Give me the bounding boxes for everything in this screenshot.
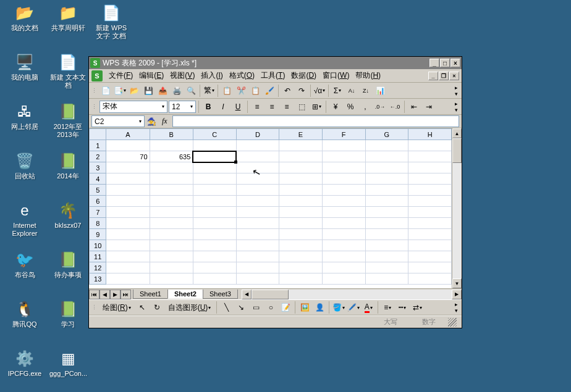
menu-F[interactable]: 文件(F) [106, 69, 136, 82]
row-header-11[interactable]: 11 [90, 251, 106, 262]
cell-H7[interactable] [408, 207, 452, 218]
titlebar[interactable]: S WPS 表格 2009 - [学习.xls *] _ □ × [89, 57, 462, 69]
cell-D4[interactable] [236, 173, 279, 185]
toolbar-overflow[interactable]: ▸▾ [454, 85, 459, 97]
col-header-C[interactable]: C [193, 129, 236, 140]
textbox-icon[interactable]: 📝 [279, 301, 292, 314]
row-header-1[interactable]: 1 [90, 140, 106, 151]
cell-A10[interactable] [106, 240, 150, 251]
rect-icon[interactable]: ▭ [249, 301, 263, 314]
cell-H10[interactable] [408, 240, 452, 251]
vertical-scrollbar[interactable]: ▲ ▼ [452, 128, 462, 288]
cell-B7[interactable] [150, 207, 193, 218]
desktop-icon-网上邻居[interactable]: 🖧网上邻居 [6, 102, 43, 131]
cell-C9[interactable] [193, 229, 236, 240]
cell-D7[interactable] [236, 207, 279, 218]
cell-D10[interactable] [236, 240, 279, 251]
rotate-icon[interactable]: ↻ [150, 301, 164, 314]
export-icon[interactable]: 📤 [156, 84, 169, 98]
cell-G11[interactable] [365, 251, 408, 262]
desktop-icon-IPCFG.exe[interactable]: ⚙️IPCFG.exe [6, 349, 43, 378]
cell-G10[interactable] [365, 240, 408, 251]
tab-prev-icon[interactable]: ◀ [99, 290, 110, 299]
merge-drop-icon[interactable]: ⊞▾ [310, 100, 323, 114]
sheet-tab-Sheet1[interactable]: Sheet1 [133, 290, 168, 299]
menu-H[interactable]: 帮助(H) [352, 69, 384, 82]
copy-icon[interactable]: 📋 [248, 84, 262, 98]
select-arrow-icon[interactable]: ↖ [135, 301, 149, 314]
inc-decimal-icon[interactable]: .0→ [373, 100, 387, 114]
cell-C8[interactable] [193, 218, 236, 229]
desktop-icon-我的文档[interactable]: 📂我的文档 [6, 3, 43, 32]
desktop-icon-ggg_PCon...[interactable]: ▦ggg_PCon... [49, 349, 87, 378]
cell-C13[interactable] [193, 273, 236, 285]
menu-T[interactable]: 工具(T) [258, 69, 288, 82]
cell-G3[interactable] [365, 162, 408, 173]
cell-E13[interactable] [279, 273, 323, 285]
cell-D9[interactable] [236, 229, 279, 240]
cell-B11[interactable] [150, 251, 193, 262]
col-header-E[interactable]: E [279, 129, 323, 140]
sum-icon[interactable]: Σ▾ [331, 84, 344, 98]
cell-F13[interactable] [322, 273, 365, 285]
cell-H13[interactable] [408, 273, 452, 285]
cell-B9[interactable] [150, 229, 193, 240]
cell-F9[interactable] [322, 229, 365, 240]
col-header-B[interactable]: B [150, 129, 193, 140]
chart-icon[interactable]: 📊 [373, 84, 387, 98]
cell-H4[interactable] [408, 173, 452, 185]
menu-D[interactable]: 数据(D) [288, 69, 319, 82]
row-header-3[interactable]: 3 [90, 162, 106, 173]
cell-C11[interactable] [193, 251, 236, 262]
align-right-icon[interactable]: ≡ [280, 100, 294, 114]
cell-A13[interactable] [106, 273, 150, 285]
cut-icon[interactable]: ✂️ [234, 84, 248, 98]
row-header-8[interactable]: 8 [90, 218, 106, 229]
cell-G4[interactable] [365, 173, 408, 185]
cell-C5[interactable] [193, 185, 236, 196]
menu-W[interactable]: 窗口(W) [319, 69, 352, 82]
draw-overflow[interactable]: ▸▾ [454, 301, 459, 314]
cell-A5[interactable] [106, 185, 150, 196]
menu-V[interactable]: 视图(V) [167, 69, 198, 82]
new-icon[interactable]: 📄 [99, 84, 112, 98]
dec-indent-icon[interactable]: ⇤ [407, 100, 421, 114]
cell-A9[interactable] [106, 229, 150, 240]
arrow-icon[interactable]: ↘ [234, 301, 248, 314]
menu-I[interactable]: 插入(I) [198, 69, 226, 82]
convert-cn-icon[interactable]: 繁▾ [202, 84, 216, 98]
print-icon[interactable]: 🖨️ [170, 84, 184, 98]
formula-input[interactable] [172, 115, 459, 127]
formula-icon[interactable]: √α▾ [313, 84, 326, 98]
cell-A3[interactable] [106, 162, 150, 173]
cell-E11[interactable] [279, 251, 323, 262]
scroll-right-icon[interactable]: ▶ [452, 290, 462, 299]
menu-E[interactable]: 编辑(E) [136, 69, 167, 82]
cell-B4[interactable] [150, 173, 193, 185]
col-header-G[interactable]: G [365, 129, 408, 140]
save-icon[interactable]: 💾 [142, 84, 155, 98]
cell-H12[interactable] [408, 262, 452, 273]
cell-B8[interactable] [150, 218, 193, 229]
desktop-icon-布谷鸟[interactable]: 🐦布谷鸟 [6, 250, 43, 279]
spreadsheet-grid[interactable]: ABCDEFGH 1270635345678910111213 [89, 128, 452, 285]
cell-G5[interactable] [365, 185, 408, 196]
bold-icon[interactable]: B [201, 100, 215, 114]
insert-chart-icon[interactable]: 👤 [313, 301, 326, 314]
dash-style-icon[interactable]: ┅▾ [395, 301, 409, 314]
cell-F7[interactable] [322, 207, 365, 218]
cell-G8[interactable] [365, 218, 408, 229]
cell-G12[interactable] [365, 262, 408, 273]
insert-pic-icon[interactable]: 🖼️ [298, 301, 311, 314]
cell-F11[interactable] [322, 251, 365, 262]
maximize-button[interactable]: □ [440, 59, 450, 67]
cell-E10[interactable] [279, 240, 323, 251]
cell-G6[interactable] [365, 196, 408, 207]
cell-D3[interactable] [236, 162, 279, 173]
cell-E9[interactable] [279, 229, 323, 240]
underline-icon[interactable]: U [231, 100, 245, 114]
cell-B10[interactable] [150, 240, 193, 251]
cell-E2[interactable] [279, 151, 323, 162]
autoshape-menu[interactable]: 自选图形(U)▾ [165, 301, 214, 314]
select-all-corner[interactable] [90, 129, 106, 140]
